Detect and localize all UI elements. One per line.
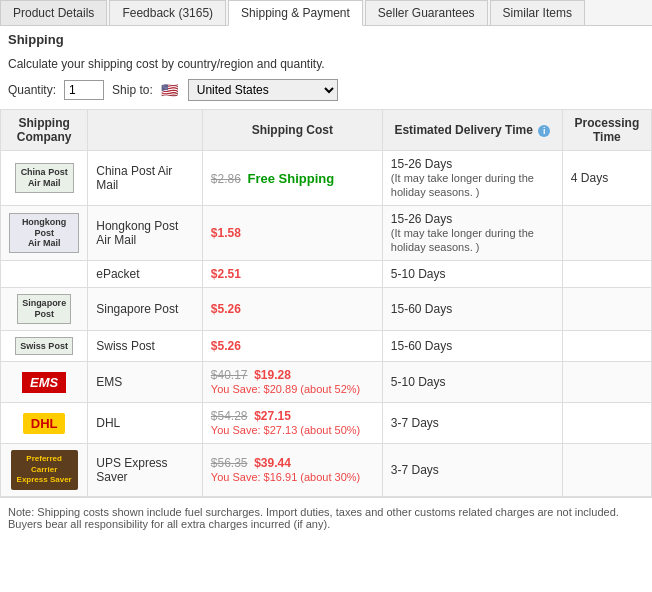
col-header-processing: Processing Time xyxy=(562,110,651,151)
table-row: Hongkong PostAir Mail Hongkong Post Air … xyxy=(1,206,652,261)
tab-seller-guarantees[interactable]: Seller Guarantees xyxy=(365,0,488,25)
qty-ship-row: Quantity: Ship to: 🇺🇸 United States xyxy=(0,75,652,105)
company-logo-cell xyxy=(1,261,88,288)
col-header-cost: Shipping Cost xyxy=(202,110,382,151)
company-name-cell: China Post Air Mail xyxy=(88,151,203,206)
company-logo-cell: EMS xyxy=(1,362,88,403)
shipping-cost-cell: $1.58 xyxy=(202,206,382,261)
table-row: China PostAir Mail China Post Air Mail $… xyxy=(1,151,652,206)
swisspost-logo: Swiss Post xyxy=(15,337,73,356)
company-name-cell: DHL xyxy=(88,403,203,444)
dhl-logo: DHL xyxy=(23,413,66,435)
original-price: $2.86 xyxy=(211,172,241,186)
save-text: You Save: $27.13 (about 50%) xyxy=(211,424,360,436)
shipping-cost-cell: $2.51 xyxy=(202,261,382,288)
col-header-name xyxy=(88,110,203,151)
delivery-time-cell: 15-26 Days(It may take longer during the… xyxy=(382,151,562,206)
company-logo-cell: DHL xyxy=(1,403,88,444)
sale-price: $27.15 xyxy=(254,409,291,423)
sale-price: $19.28 xyxy=(254,368,291,382)
ups-logo: PreferredCarrierExpress Saver xyxy=(11,450,78,489)
original-price: $54.28 xyxy=(211,409,248,423)
original-price: $40.17 xyxy=(211,368,248,382)
table-row: DHL DHL $54.28 $27.15You Save: $27.13 (a… xyxy=(1,403,652,444)
processing-time-cell xyxy=(562,444,651,496)
sale-price: $5.26 xyxy=(211,302,241,316)
processing-time-cell xyxy=(562,403,651,444)
table-header-row: Shipping Company Shipping Cost Estimated… xyxy=(1,110,652,151)
shipping-cost-cell: $5.26 xyxy=(202,330,382,362)
shipping-table: Shipping Company Shipping Cost Estimated… xyxy=(0,109,652,497)
company-logo-cell: Swiss Post xyxy=(1,330,88,362)
delivery-time-cell: 5-10 Days xyxy=(382,362,562,403)
sale-price: $5.26 xyxy=(211,339,241,353)
table-row: PreferredCarrierExpress Saver UPS Expres… xyxy=(1,444,652,496)
processing-time-cell: 4 Days xyxy=(562,151,651,206)
tab-shipping-payment[interactable]: Shipping & Payment xyxy=(228,0,363,26)
shipping-section-title: Shipping xyxy=(0,26,652,53)
delivery-time-cell: 15-60 Days xyxy=(382,330,562,362)
company-name-cell: ePacket xyxy=(88,261,203,288)
shipping-cost-cell: $40.17 $19.28You Save: $20.89 (about 52%… xyxy=(202,362,382,403)
shipping-cost-cell: $56.35 $39.44You Save: $16.91 (about 30%… xyxy=(202,444,382,496)
qty-label: Quantity: xyxy=(8,83,56,97)
original-price: $56.35 xyxy=(211,456,248,470)
flag-icon: 🇺🇸 xyxy=(161,82,178,98)
chinapost-logo: China PostAir Mail xyxy=(15,163,74,193)
processing-time-cell xyxy=(562,330,651,362)
shipping-cost-cell: $5.26 xyxy=(202,288,382,331)
ems-logo: EMS xyxy=(22,372,66,394)
processing-time-cell xyxy=(562,362,651,403)
calc-description: Calculate your shipping cost by country/… xyxy=(8,57,325,71)
ship-to-label: Ship to: xyxy=(112,83,153,97)
table-row: EMS EMS $40.17 $19.28You Save: $20.89 (a… xyxy=(1,362,652,403)
singaporepost-logo: SingaporePost xyxy=(17,294,71,324)
table-row: Swiss Post Swiss Post $5.26 15-60 Days xyxy=(1,330,652,362)
tab-feedback[interactable]: Feedback (3165) xyxy=(109,0,226,25)
company-logo-cell: SingaporePost xyxy=(1,288,88,331)
tab-similar-items[interactable]: Similar Items xyxy=(490,0,585,25)
company-name-cell: EMS xyxy=(88,362,203,403)
processing-time-cell xyxy=(562,206,651,261)
delivery-time-cell: 3-7 Days xyxy=(382,403,562,444)
sale-price: $2.51 xyxy=(211,267,241,281)
company-logo-cell: China PostAir Mail xyxy=(1,151,88,206)
company-logo-cell: Hongkong PostAir Mail xyxy=(1,206,88,261)
company-logo-cell: PreferredCarrierExpress Saver xyxy=(1,444,88,496)
shipping-note: Note: Shipping costs shown include fuel … xyxy=(0,497,652,538)
processing-time-cell xyxy=(562,261,651,288)
hkpost-logo: Hongkong PostAir Mail xyxy=(9,213,79,253)
country-select[interactable]: United States xyxy=(188,79,338,101)
tab-product-details[interactable]: Product Details xyxy=(0,0,107,25)
processing-time-cell xyxy=(562,288,651,331)
quantity-input[interactable] xyxy=(64,80,104,100)
delivery-time-cell: 15-60 Days xyxy=(382,288,562,331)
company-name-cell: Swiss Post xyxy=(88,330,203,362)
save-text: You Save: $16.91 (about 30%) xyxy=(211,471,360,483)
shipping-calc-row: Calculate your shipping cost by country/… xyxy=(0,53,652,75)
sale-price: $1.58 xyxy=(211,226,241,240)
delivery-info-icon[interactable]: i xyxy=(538,125,550,137)
table-row: ePacket $2.51 5-10 Days xyxy=(1,261,652,288)
delivery-time-cell: 3-7 Days xyxy=(382,444,562,496)
table-row: SingaporePost Singapore Post $5.26 15-60… xyxy=(1,288,652,331)
delivery-time-cell: 5-10 Days xyxy=(382,261,562,288)
tab-bar: Product Details Feedback (3165) Shipping… xyxy=(0,0,652,26)
free-shipping-label: Free Shipping xyxy=(248,171,335,186)
company-name-cell: Singapore Post xyxy=(88,288,203,331)
company-name-cell: Hongkong Post Air Mail xyxy=(88,206,203,261)
col-header-company: Shipping Company xyxy=(1,110,88,151)
company-name-cell: UPS Express Saver xyxy=(88,444,203,496)
shipping-cost-cell: $2.86 Free Shipping xyxy=(202,151,382,206)
shipping-cost-cell: $54.28 $27.15You Save: $27.13 (about 50%… xyxy=(202,403,382,444)
sale-price: $39.44 xyxy=(254,456,291,470)
save-text: You Save: $20.89 (about 52%) xyxy=(211,383,360,395)
delivery-time-cell: 15-26 Days(It may take longer during the… xyxy=(382,206,562,261)
col-header-delivery: Estimated Delivery Time i xyxy=(382,110,562,151)
